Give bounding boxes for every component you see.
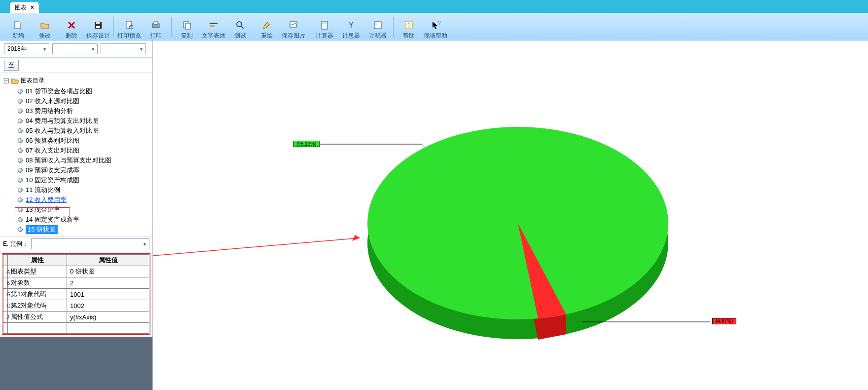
tree-item-07[interactable]: 07 收入支出对比图 <box>17 146 149 156</box>
tree-item-05[interactable]: 05 收入与预算收入对比图 <box>17 126 149 136</box>
example-label: E. 范例： <box>3 240 28 248</box>
timer-button[interactable]: ¥ 计息器 <box>338 15 364 40</box>
svg-rect-10 <box>154 22 158 24</box>
print-button[interactable]: 打印 <box>143 15 169 40</box>
new-button[interactable]: 新增 <box>5 15 32 40</box>
help-button[interactable]: ? 帮助 <box>396 15 422 40</box>
tree-item-01[interactable]: 01 货币资金各项占比图 <box>17 86 149 96</box>
bottom-bar <box>0 337 152 390</box>
combo-2[interactable]: ▾ <box>52 43 98 54</box>
tree-item-label: 06 预算类别对比图 <box>26 136 79 145</box>
save-design-button[interactable]: 保存设计 <box>85 15 111 40</box>
chevron-down-icon: ▾ <box>92 46 94 52</box>
year-value: 2018年 <box>7 45 27 53</box>
save-image-button[interactable]: 保存图片 <box>280 15 307 40</box>
example-combo[interactable]: ▾ <box>31 238 149 249</box>
toolbar-separator <box>113 17 114 37</box>
edit-button[interactable]: 修改 <box>32 15 58 40</box>
svg-rect-14 <box>210 25 215 27</box>
main-area: 2018年 ▾ ▾ ▾ 至 − 图表目录 01 货币资金各项占比图02 收入来源… <box>0 40 868 390</box>
close-icon[interactable]: × <box>31 4 34 11</box>
tree-item-09[interactable]: 09 预算收支完成率 <box>17 165 149 175</box>
prop-value: y(#xAxis) <box>67 312 149 323</box>
svg-line-16 <box>241 26 244 29</box>
folder-open-icon <box>39 20 50 31</box>
prop-name: 第1对象代码 <box>8 289 67 300</box>
properties-panel: 属性 属性值 A图表类型0 饼状图B对象数2G1第1对象代码1001G2第2对象… <box>0 251 152 337</box>
svg-line-29 <box>422 144 425 148</box>
tree-panel: − 图表目录 01 货币资金各项占比图02 收入来源对比图03 费用结构分析04… <box>0 73 152 236</box>
tree-item-04[interactable]: 04 费用与预算支出对比图 <box>17 116 149 126</box>
chart-node-icon <box>18 178 23 183</box>
tree-item-06[interactable]: 06 预算类别对比图 <box>17 136 149 146</box>
table-row[interactable]: J属性值公式y(#xAxis) <box>3 312 149 323</box>
tree-item-14[interactable]: 14 固定资产成新率 <box>17 215 149 225</box>
magnifier-icon <box>235 20 246 31</box>
svg-rect-7 <box>126 21 131 28</box>
chart-node-icon <box>18 148 23 153</box>
tab-chart[interactable]: 图表 × <box>10 2 39 13</box>
col-value: 属性值 <box>67 255 149 266</box>
svg-rect-19 <box>323 22 326 24</box>
tree-item-13[interactable]: 13 现金比率 <box>17 205 149 215</box>
prop-value: 2 <box>67 277 149 289</box>
to-row: 至 <box>0 58 152 73</box>
tree-item-03[interactable]: 03 费用结构分析 <box>17 106 149 116</box>
svg-line-31 <box>153 238 360 268</box>
tree-root[interactable]: − 图表目录 <box>3 76 149 85</box>
print-preview-button[interactable]: 打印预览 <box>116 15 143 40</box>
calculator-icon <box>319 20 330 31</box>
example-row: E. 范例： ▾ <box>0 236 152 251</box>
text-desc-button[interactable]: 文字表述 <box>200 15 227 40</box>
prop-name: 图表类型 <box>8 266 67 277</box>
to-button[interactable]: 至 <box>4 60 19 71</box>
chart-area: (95.13%) (4.87%) <box>153 40 868 390</box>
repaint-button[interactable]: 重绘 <box>253 15 280 40</box>
print-icon <box>150 20 161 31</box>
live-help-button[interactable]: ? 现场帮助 <box>422 15 449 40</box>
table-row[interactable] <box>3 323 149 334</box>
tree-item-02[interactable]: 02 收入来源对比图 <box>17 96 149 106</box>
tree-item-10[interactable]: 10 固定资产构成图 <box>17 175 149 185</box>
pencil-icon <box>261 20 272 31</box>
pie-chart <box>153 40 868 386</box>
tree-item-15[interactable]: 15 饼状图 <box>17 225 149 234</box>
chevron-down-icon: ▾ <box>140 46 143 52</box>
tree-item-11[interactable]: 11 流动比例 <box>17 185 149 195</box>
prop-name: 第2对象代码 <box>8 300 67 312</box>
svg-rect-12 <box>185 23 190 29</box>
tree-root-label: 图表目录 <box>21 77 44 85</box>
year-combo[interactable]: 2018年 ▾ <box>4 43 49 54</box>
chevron-down-icon: ▾ <box>43 46 46 52</box>
chart-node-icon <box>18 227 23 232</box>
prop-value: 1002 <box>67 300 149 312</box>
table-row[interactable]: A图表类型0 饼状图 <box>3 266 149 277</box>
combo-3[interactable]: ▾ <box>101 43 146 54</box>
test-button[interactable]: 测试 <box>227 15 253 40</box>
tree-item-08[interactable]: 08 预算收入与预算支出对比图 <box>17 156 149 165</box>
chart-node-icon <box>18 158 23 163</box>
chevron-down-icon: ▾ <box>144 241 146 247</box>
calculator-button[interactable]: 计算器 <box>311 15 338 40</box>
chart-node-icon <box>18 128 23 133</box>
copy-button[interactable]: 复制 <box>174 15 200 40</box>
chart-node-icon <box>18 188 23 193</box>
table-row[interactable]: B对象数2 <box>3 277 149 289</box>
tax-calc-button[interactable]: 计税器 <box>364 15 391 40</box>
tax-icon <box>372 20 383 31</box>
toolbar: 新增 修改 删除 保存设计 打印预览 打印 复制 文字表述 测试 重绘 保存图片 <box>0 13 868 40</box>
chart-node-icon <box>18 99 23 104</box>
prop-name: 对象数 <box>8 277 67 289</box>
tree-item-12[interactable]: 12 收入费用率 <box>17 195 149 205</box>
tab-bar: 图表 × <box>0 0 868 13</box>
tree-item-label: 07 收入支出对比图 <box>26 146 79 155</box>
tree-item-label: 10 固定资产构成图 <box>26 176 79 185</box>
save-icon <box>93 20 104 31</box>
table-row[interactable]: G1第1对象代码1001 <box>3 289 149 300</box>
collapse-icon[interactable]: − <box>4 78 9 83</box>
svg-text:?: ? <box>438 20 440 26</box>
tree-item-label: 12 收入费用率 <box>26 195 67 204</box>
table-row[interactable]: G2第2对象代码1002 <box>3 300 149 312</box>
help-icon: ? <box>403 20 414 31</box>
delete-button[interactable]: 删除 <box>58 15 85 40</box>
